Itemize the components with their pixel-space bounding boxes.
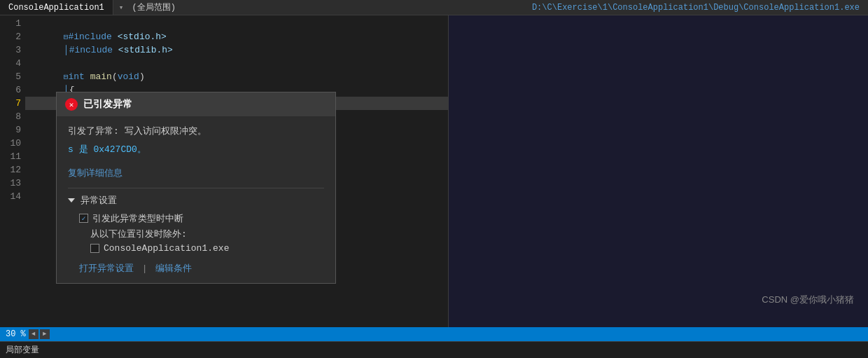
zoom-level: 30 % xyxy=(6,329,26,339)
line-num: 5 xyxy=(0,70,21,83)
exception-settings: 异常设置 引发此异常类型时中断 从以下位置引发时除外: ConsoleAppli… xyxy=(68,188,324,275)
dropdown-arrow[interactable]: ▾ xyxy=(119,3,124,12)
scope-label: (全局范围) xyxy=(132,1,175,13)
code-line: │{ xyxy=(25,70,448,83)
line-num: 9 xyxy=(0,123,21,137)
exception-popup: 已引发异常 引发了异常: 写入访问权限冲突。 s 是 0x427CD0。 复制详… xyxy=(56,92,336,284)
checkbox-checked-icon[interactable] xyxy=(79,214,88,223)
line-num: 3 xyxy=(0,43,21,57)
line-num: 10 xyxy=(0,137,21,150)
exception-description: 引发了异常: 写入访问权限冲突。 xyxy=(68,125,324,139)
right-panel: CSDN @爱你哦小猪猪 xyxy=(448,15,868,327)
line-num: 7 xyxy=(0,97,21,110)
settings-sub-label: 从以下位置引发时除外: xyxy=(68,228,324,240)
scroll-left-button[interactable]: ◄ xyxy=(29,329,38,339)
editor-tab[interactable]: ConsoleApplication1 xyxy=(0,0,113,15)
title-bar: ConsoleApplication1 ▾ (全局范围) D:\C\Exerci… xyxy=(0,0,868,15)
exception-detail: s 是 0x427CD0。 xyxy=(68,143,324,156)
exception-title: 已引发异常 xyxy=(83,98,132,111)
settings-links: 打开异常设置 | 编辑条件 xyxy=(68,256,324,275)
separator: | xyxy=(142,263,148,274)
line-num: 6 xyxy=(0,83,21,97)
main-layout: 1 2 3 4 5 6 7 8 9 10 11 12 13 14 ⊟#inclu… xyxy=(0,15,868,327)
line-num: 12 xyxy=(0,163,21,177)
exception-error-icon xyxy=(65,98,78,111)
line-num: 8 xyxy=(0,110,21,123)
copy-details-link[interactable]: 复制详细信息 xyxy=(68,167,324,179)
settings-sub-checkbox-item[interactable]: ConsoleApplication1.exe xyxy=(68,243,324,254)
exception-body: 引发了异常: 写入访问权限冲突。 s 是 0x427CD0。 复制详细信息 异常… xyxy=(57,116,335,283)
line-num: 2 xyxy=(0,30,21,43)
tab-label: ConsoleApplication1 xyxy=(8,3,104,13)
checkbox-unchecked-icon[interactable] xyxy=(90,244,99,253)
line-num: 13 xyxy=(0,177,21,190)
line-num: 11 xyxy=(0,150,21,163)
watermark: CSDN @爱你哦小猪猪 xyxy=(762,294,854,306)
code-line: ⊟int main(void) xyxy=(25,57,448,70)
settings-checkbox-item[interactable]: 引发此异常类型时中断 xyxy=(68,212,324,225)
code-line xyxy=(25,43,448,57)
code-line: ⊟#include <stdio.h> xyxy=(25,17,448,30)
code-editor[interactable]: ⊟#include <stdio.h> │#include <stdlib.h>… xyxy=(25,15,448,327)
status-bar: 30 % ◄ ► xyxy=(0,327,868,341)
scroll-controls: ◄ ► xyxy=(29,329,50,339)
triangle-down-icon xyxy=(68,198,75,202)
file-path: D:\C\Exercise\1\ConsoleApplication1\Debu… xyxy=(532,3,868,13)
locals-label: 局部变量 xyxy=(6,344,39,356)
exception-header: 已引发异常 xyxy=(57,92,335,116)
edit-conditions-link[interactable]: 编辑条件 xyxy=(155,263,192,274)
bottom-panel: 局部变量 xyxy=(0,341,868,358)
code-line: │#include <stdlib.h> xyxy=(25,30,448,43)
line-num: 14 xyxy=(0,190,21,203)
line-numbers: 1 2 3 4 5 6 7 8 9 10 11 12 13 14 xyxy=(0,15,25,327)
line-num: 1 xyxy=(0,17,21,30)
open-settings-link[interactable]: 打开异常设置 xyxy=(79,263,134,274)
scroll-right-button[interactable]: ► xyxy=(40,329,50,339)
line-num: 4 xyxy=(0,57,21,70)
settings-header[interactable]: 异常设置 xyxy=(68,194,324,207)
